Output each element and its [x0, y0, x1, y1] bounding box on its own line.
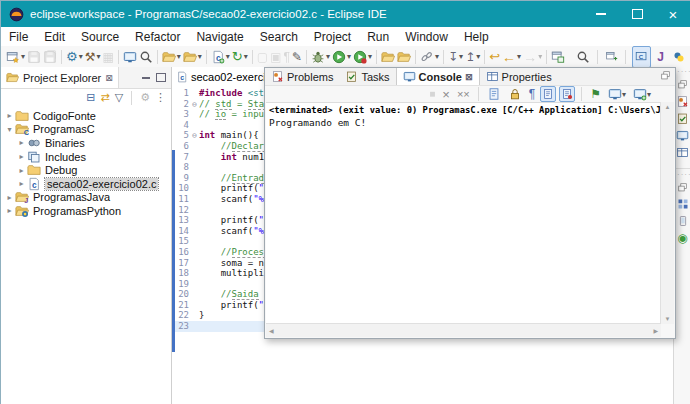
save-button[interactable] [26, 48, 42, 66]
clear-console-button[interactable] [485, 86, 503, 102]
build-button[interactable]: ⚒▾ [84, 48, 102, 66]
format-button[interactable]: ✎ [291, 48, 303, 66]
run-button[interactable]: ▾ [331, 48, 352, 66]
menu-refactor[interactable]: Refactor [127, 30, 188, 44]
link-with-editor-button[interactable]: ⇄ [100, 92, 109, 103]
maximize-button[interactable] [619, 1, 655, 27]
project-explorer-tab[interactable]: Project Explorer ⊠ [1, 67, 119, 88]
display-console-button[interactable]: ▾ [606, 86, 628, 102]
editor-tab[interactable]: c secao02-exercicio02.c [172, 67, 273, 87]
chevron-right-icon[interactable]: ▸ [5, 111, 14, 120]
cpp-perspective-button[interactable]: C [632, 46, 651, 68]
filter-button[interactable]: ▽ [115, 92, 123, 103]
menu-run[interactable]: Run [359, 30, 397, 44]
save-all-button[interactable] [42, 48, 58, 66]
open-console-button[interactable]: ▾ [631, 86, 653, 102]
build-project-button[interactable]: ▦ [101, 48, 114, 66]
tasks-view-button[interactable] [675, 111, 690, 125]
show-whitespace-button[interactable]: ¶ [282, 48, 290, 66]
problems-view-button[interactable] [675, 94, 690, 108]
new-c-file-button[interactable]: c▾ [210, 48, 231, 66]
tab-properties[interactable]: Properties [480, 68, 558, 85]
new-wizard-button[interactable]: ▾ [5, 48, 26, 66]
menu-navigate[interactable]: Navigate [188, 30, 251, 44]
open-project-button[interactable] [380, 48, 396, 66]
device-view-button[interactable] [675, 214, 690, 228]
target-view-button[interactable]: ◉ [675, 231, 690, 245]
view-menu-button[interactable]: ⚙ [140, 92, 150, 103]
close-button[interactable]: × [655, 1, 690, 27]
chevron-right-icon[interactable]: ▸ [17, 166, 26, 175]
last-edit-location-button[interactable]: ↩ [488, 48, 501, 66]
minimize-button[interactable] [583, 1, 619, 27]
quick-search-button[interactable] [575, 48, 591, 66]
remove-all-launches-button[interactable]: ×× [455, 86, 472, 102]
prev-annotation-button[interactable]: ↥▾ [464, 48, 481, 66]
tree-item-codigofonte[interactable]: ▸CodigoFonte [1, 109, 171, 123]
pin-console-button[interactable]: ⚑ [588, 86, 603, 102]
debug-button[interactable]: ▾ [310, 48, 331, 66]
restore-panel-button-2[interactable] [675, 180, 690, 194]
import-button[interactable] [396, 48, 412, 66]
tab-problems[interactable]: Problems [265, 68, 339, 85]
chevron-right-icon[interactable]: ▸ [5, 193, 14, 202]
menu-source[interactable]: Source [73, 30, 127, 44]
java-perspective-button[interactable]: J [654, 46, 667, 68]
refresh-index-button[interactable]: ↻▾ [231, 48, 249, 66]
tree-item-debug[interactable]: ▸Debug [1, 163, 171, 177]
chevron-right-icon[interactable]: ▸ [17, 179, 26, 188]
menu-edit[interactable]: Edit [36, 30, 73, 44]
collapse-all-button[interactable]: ⊟ [86, 92, 95, 103]
show-stdout-button[interactable] [540, 86, 556, 102]
menu-file[interactable]: File [1, 30, 36, 44]
chevron-right-icon[interactable]: ▸ [17, 152, 26, 161]
remove-launch-button[interactable]: × [440, 86, 452, 102]
grid-view-button[interactable] [675, 197, 690, 211]
tree-item-binaries[interactable]: ▸Binaries [1, 136, 171, 150]
restore-panel-button[interactable] [675, 77, 690, 91]
console-text-area[interactable]: <terminated> (exit value: 0) ProgramasC.… [266, 102, 661, 324]
python-perspective-button[interactable] [670, 46, 688, 68]
tree-item-secao02-exercicio02.c[interactable]: ▸csecao02-exercicio02.c [1, 177, 171, 191]
menu-help[interactable]: Help [456, 30, 497, 44]
tree-item-programasjava[interactable]: ▸JProgramasJava [1, 191, 171, 205]
open-resource-button[interactable]: ▾ [161, 48, 182, 66]
chevron-right-icon[interactable]: ▸ [5, 206, 14, 215]
console-horizontal-scrollbar[interactable]: ◀ ▶ [266, 323, 661, 337]
console-display-button[interactable] [122, 48, 138, 66]
coverage-button[interactable]: ▾ [352, 48, 373, 66]
more-actions-button[interactable]: ⋮ [155, 92, 166, 103]
chevron-right-icon[interactable]: ▸ [17, 138, 26, 147]
tree-item-includes[interactable]: ▸Includes [1, 150, 171, 164]
minimize-view-button[interactable] [142, 77, 150, 79]
search-dialog-button[interactable] [138, 48, 154, 66]
menu-search[interactable]: Search [252, 30, 306, 44]
maximize-view-button[interactable] [156, 73, 166, 82]
new-editor-window-button[interactable] [550, 48, 566, 66]
terminate-button[interactable]: ■ [427, 86, 437, 102]
console-vertical-scrollbar[interactable]: ▲ ▼ [660, 102, 674, 324]
word-wrap-button[interactable]: ¶ [527, 86, 537, 102]
step-tool-button[interactable]: ▢ [256, 48, 269, 66]
back-button[interactable]: ←▾ [501, 48, 522, 66]
tab-console[interactable]: Console⊠ [396, 68, 480, 85]
menu-window[interactable]: Window [397, 30, 456, 44]
chevron-down-icon[interactable]: ▾ [5, 125, 14, 134]
properties-view-button[interactable] [675, 145, 690, 159]
tree-item-programasc[interactable]: ▾CProgramasC [1, 123, 171, 137]
console-view-button[interactable] [675, 128, 690, 142]
build-all-button[interactable]: ⚙▾ [65, 48, 84, 66]
forward-button[interactable]: →▾ [522, 48, 543, 66]
show-stderr-button[interactable] [559, 86, 575, 102]
next-annotation-button[interactable]: ↧▾ [447, 48, 464, 66]
open-element-button[interactable]: ▾ [182, 48, 203, 66]
link-annotations-button[interactable]: ▾ [419, 48, 440, 66]
menu-project[interactable]: Project [306, 30, 359, 44]
tree-item-programaspython[interactable]: ▸ProgramasPython [1, 204, 171, 218]
scroll-lock-button[interactable] [506, 86, 524, 102]
open-perspective-button[interactable] [604, 48, 619, 66]
instruction-tool-button[interactable]: ▣ [269, 48, 282, 66]
up-arrow-icon: ↥ [465, 51, 475, 63]
restore-view-button[interactable] [660, 70, 671, 81]
tab-tasks[interactable]: Tasks [339, 68, 395, 85]
